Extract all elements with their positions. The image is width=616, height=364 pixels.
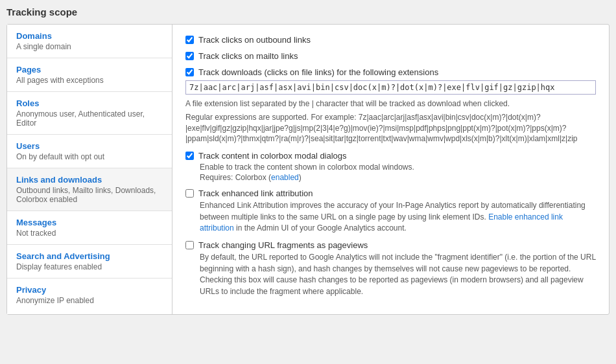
- sidebar-item-search-subtitle: Display features enabled: [16, 262, 163, 271]
- sidebar-item-links-label: Links and downloads: [16, 175, 163, 185]
- sidebar-item-privacy-subtitle: Anonymize IP enabled: [16, 296, 163, 305]
- extensions-input[interactable]: [185, 80, 596, 95]
- track-mailto-checkbox[interactable]: [185, 52, 194, 60]
- track-downloads-section: Track downloads (clicks on file links) f…: [185, 67, 596, 144]
- track-colorbox-row: Track content in colorbox modal dialogs: [185, 151, 596, 161]
- track-downloads-row: Track downloads (clicks on file links) f…: [185, 67, 596, 77]
- track-colorbox-section: Track content in colorbox modal dialogs …: [185, 151, 596, 182]
- track-enhanced-row: Track enhanced link attribution: [185, 188, 596, 198]
- track-enhanced-label: Track enhanced link attribution: [198, 188, 313, 198]
- track-colorbox-checkbox[interactable]: [185, 152, 194, 160]
- sidebar-item-pages-subtitle: All pages with exceptions: [16, 76, 163, 85]
- sidebar-item-search-label: Search and Advertising: [16, 251, 163, 261]
- enhanced-desc: Enhanced Link Attribution improves the a…: [200, 200, 596, 234]
- track-fragment-label: Track changing URL fragments as pageview…: [198, 240, 368, 250]
- sidebar-item-links-subtitle: Outbound links, Mailto links, Downloads,…: [16, 186, 163, 204]
- sidebar-item-pages[interactable]: Pages All pages with exceptions: [7, 58, 172, 92]
- track-enhanced-section: Track enhanced link attribution Enhanced…: [185, 188, 596, 234]
- enhanced-desc2: in the Admin UI of your Google Analytics…: [234, 223, 407, 233]
- page-title: Tracking scope: [6, 6, 610, 17]
- extensions-desc-2: Regular expressions are supported. For e…: [185, 112, 596, 144]
- colorbox-enabled-link[interactable]: enabled: [271, 173, 299, 182]
- sidebar-item-messages[interactable]: Messages Not tracked: [7, 211, 172, 245]
- track-colorbox-label: Track content in colorbox modal dialogs: [198, 151, 347, 161]
- sidebar-item-messages-label: Messages: [16, 218, 163, 227]
- track-fragment-row: Track changing URL fragments as pageview…: [185, 240, 596, 250]
- track-mailto-label: Track clicks on mailto links: [198, 51, 298, 61]
- track-downloads-checkbox[interactable]: [185, 68, 194, 76]
- main-container: Domains A single domain Pages All pages …: [6, 24, 610, 315]
- sidebar-item-roles-label: Roles: [16, 98, 163, 108]
- fragment-desc: By default, the URL reported to Google A…: [200, 252, 596, 297]
- sidebar-item-pages-label: Pages: [16, 65, 163, 74]
- sidebar-item-domains-subtitle: A single domain: [16, 42, 163, 51]
- colorbox-requires-text: Requires: Colorbox (: [200, 173, 271, 182]
- colorbox-desc-2: Requires: Colorbox (enabled): [200, 173, 596, 182]
- content-panel: Track clicks on outbound links Track cli…: [172, 25, 609, 314]
- sidebar-item-roles[interactable]: Roles Anonymous user, Authenticated user…: [7, 92, 172, 135]
- track-fragment-section: Track changing URL fragments as pageview…: [185, 240, 596, 297]
- sidebar-item-users-label: Users: [16, 141, 163, 151]
- sidebar-item-roles-subtitle: Anonymous user, Authenticated user, Edit…: [16, 109, 163, 128]
- sidebar-item-privacy[interactable]: Privacy Anonymize IP enabled: [7, 279, 172, 312]
- track-downloads-label: Track downloads (clicks on file links) f…: [198, 67, 438, 77]
- sidebar-item-domains-label: Domains: [16, 31, 163, 41]
- colorbox-desc-1: Enable to track the content shown in col…: [200, 163, 596, 172]
- sidebar-item-messages-subtitle: Not tracked: [16, 229, 163, 238]
- track-mailto-row: Track clicks on mailto links: [185, 51, 596, 61]
- track-fragment-checkbox[interactable]: [185, 241, 194, 249]
- track-outbound-checkbox[interactable]: [185, 36, 194, 44]
- colorbox-paren-close: ): [299, 173, 302, 182]
- sidebar-item-privacy-label: Privacy: [16, 285, 163, 295]
- sidebar-item-domains[interactable]: Domains A single domain: [7, 25, 172, 58]
- track-outbound-row: Track clicks on outbound links: [185, 35, 596, 45]
- sidebar-item-links-downloads[interactable]: Links and downloads Outbound links, Mail…: [7, 168, 172, 211]
- track-outbound-label: Track clicks on outbound links: [198, 35, 311, 45]
- sidebar-item-users[interactable]: Users On by default with opt out: [7, 135, 172, 168]
- track-enhanced-checkbox[interactable]: [185, 189, 194, 198]
- sidebar-item-users-subtitle: On by default with opt out: [16, 152, 163, 161]
- extensions-desc-1: A file extension list separated by the |…: [185, 98, 596, 109]
- sidebar-item-search-advertising[interactable]: Search and Advertising Display features …: [7, 245, 172, 279]
- sidebar: Domains A single domain Pages All pages …: [7, 25, 172, 314]
